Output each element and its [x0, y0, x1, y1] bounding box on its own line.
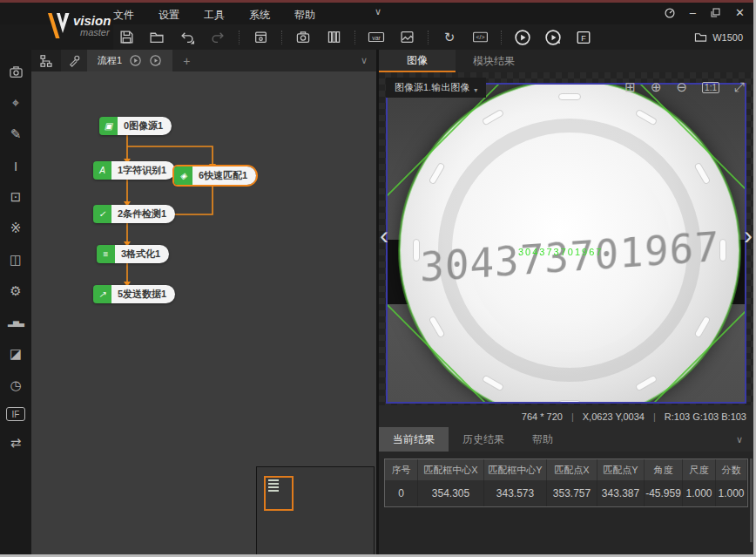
add-flow-button[interactable]: + [183, 54, 190, 68]
flow-run-continuous-icon[interactable] [149, 54, 162, 67]
camera-tool-icon[interactable] [5, 62, 26, 81]
target-position-icon[interactable]: ⌖ [5, 93, 26, 112]
close-button[interactable]: ✕ [735, 6, 745, 19]
flow-minimap[interactable]: ↘ [256, 466, 375, 557]
menu-settings[interactable]: 设置 [159, 8, 179, 23]
minimize-button[interactable]: – [690, 6, 696, 19]
global-variable-button[interactable]: var [367, 28, 386, 47]
results-scrollbar[interactable] [750, 459, 753, 542]
data-exchange-icon[interactable]: ⇄ [5, 433, 26, 452]
run-continuous-button[interactable] [543, 28, 563, 47]
flow-panel: 流程1 + ∨ [31, 50, 376, 557]
flow-node-image-source[interactable]: ▣ 0图像源1 [99, 117, 172, 135]
flow-settings-wrench-icon[interactable] [61, 54, 87, 67]
image-edit-icon[interactable]: ✎ [5, 125, 26, 144]
flow-node-format[interactable]: ≡ 3格式化1 [97, 245, 169, 263]
expand-view-icon[interactable]: ⤢ [734, 79, 745, 95]
flow-tab-label: 流程1 [98, 54, 122, 67]
image-source-selector[interactable]: 图像源1.输出图像 ▾ [386, 78, 486, 98]
tab-image[interactable]: 图像 [379, 50, 456, 72]
run-once-button[interactable] [513, 28, 532, 47]
redo-button[interactable] [208, 28, 227, 47]
camera-capture-button[interactable] [294, 28, 313, 47]
prev-image-arrow[interactable]: ‹ [380, 222, 388, 248]
restore-button[interactable] [710, 7, 721, 18]
image-viewport[interactable]: 304373701967 304373701967 图像源1.输出图像 ▾ ⊞ … [379, 72, 753, 405]
recognition-result-overlay: 304373701967 [518, 247, 727, 257]
node-icon-char-recognition: A [93, 161, 111, 180]
tab-history-result[interactable]: 历史结果 [449, 427, 518, 452]
scatter-match-icon[interactable]: ※ [5, 219, 26, 238]
actual-size-icon[interactable]: 1:1 [702, 82, 719, 93]
fit-view-icon[interactable]: ⊞ [624, 79, 636, 95]
image-pane-button[interactable] [397, 28, 416, 47]
node-label: 3格式化1 [115, 245, 169, 263]
menu-help[interactable]: 帮助 [294, 8, 315, 23]
result-panel: 图像 模块结果 [379, 50, 753, 557]
flow-tab[interactable]: 流程1 [87, 50, 172, 71]
tab-module-result[interactable]: 模块结果 [456, 50, 532, 72]
image-view-toolbar: ⊞ ⊕ ⊖ 1:1 ⤢ [624, 79, 745, 95]
save-as-button[interactable] [251, 28, 270, 47]
next-image-arrow[interactable]: › [744, 222, 753, 248]
node-icon-fast-match: ◈ [174, 166, 192, 185]
visionmaster-logo: vision master [45, 7, 113, 45]
menubar-collapse-chevron-icon[interactable]: ∨ [369, 6, 387, 17]
image-source-selector-label: 图像源1.输出图像 [395, 81, 469, 94]
tab-help[interactable]: 帮助 [518, 427, 567, 452]
node-label: 5发送数据1 [111, 285, 175, 303]
node-label: 0图像源1 [118, 117, 172, 135]
svg-text:var: var [372, 35, 381, 41]
focus-frame-icon[interactable]: ⊡ [5, 187, 26, 207]
format-f-button[interactable]: F [574, 28, 593, 47]
performance-gauge-icon[interactable] [664, 7, 676, 19]
run-history-button[interactable]: ↻ [440, 28, 459, 47]
flow-header-chevron-icon[interactable]: ∨ [361, 55, 368, 66]
if-condition-icon[interactable]: IF [6, 407, 25, 421]
svg-text:</>: </> [476, 34, 484, 40]
results-table-header: 序号 匹配框中心X 匹配框中心Y 匹配点X 匹配点Y 角度 尺度 分数 [385, 459, 747, 480]
image-statusbar: 764 * 720 | X,0623 Y,0034 | R:103 G:103 … [379, 405, 753, 427]
pixel-rgb-value: R:103 G:103 B:103 [665, 411, 746, 422]
svg-text:F: F [581, 33, 586, 42]
toolbar-separator [428, 31, 429, 44]
undo-button[interactable] [178, 28, 197, 47]
module-list-button[interactable] [324, 28, 343, 47]
results-tabs: 当前结果 历史结果 帮助 ∨ [379, 427, 753, 452]
tab-current-result[interactable]: 当前结果 [379, 427, 449, 452]
text-recognition-icon[interactable]: I [5, 156, 26, 175]
node-label: 1字符识别1 [111, 161, 175, 180]
flow-node-send-data[interactable]: ↗ 5发送数据1 [93, 285, 175, 303]
snapshot-history-icon[interactable]: ◷ [5, 376, 26, 395]
results-table: 序号 匹配框中心X 匹配框中心Y 匹配点X 匹配点Y 角度 尺度 分数 0 35… [384, 459, 748, 507]
inspection-image[interactable]: 304373701967 304373701967 [386, 83, 746, 404]
menu-file[interactable]: 文件 [113, 8, 134, 23]
zoom-out-icon[interactable]: ⊖ [677, 79, 688, 95]
flow-node-condition-check[interactable]: ✓ 2条件检测1 [93, 205, 175, 223]
flow-node-char-recognition[interactable]: A 1字符识别1 [93, 161, 175, 180]
image-threshold-icon[interactable]: ◫ [5, 250, 26, 269]
visionmaster-window: 文件 设置 工具 系统 帮助 ∨ – ✕ [0, 0, 756, 557]
window-controls: – ✕ [664, 6, 745, 19]
histogram-icon[interactable]: ▂▅▃ [5, 313, 26, 332]
flow-run-once-icon[interactable] [129, 54, 142, 67]
flow-canvas[interactable]: ▣ 0图像源1 A 1字符识别1 ◈ 6快速匹配1 ✓ 2条件检测1 ≡ 3 [31, 71, 376, 557]
flow-node-fast-match[interactable]: ◈ 6快速匹配1 [174, 166, 256, 185]
logo-brand: vision [73, 14, 111, 28]
image-settings-icon[interactable]: ⚙ [5, 282, 26, 301]
save-button[interactable] [117, 28, 136, 47]
toolbar-separator [239, 31, 240, 44]
script-editor-button[interactable]: </> [470, 28, 489, 47]
node-icon-condition-check: ✓ [93, 205, 111, 223]
minimap-viewport[interactable] [264, 476, 294, 511]
menu-tools[interactable]: 工具 [204, 8, 225, 23]
zoom-in-icon[interactable]: ⊕ [651, 79, 662, 95]
table-row[interactable]: 0 354.305 343.573 353.757 343.387 -45.95… [385, 480, 747, 506]
node-label: 2条件检测1 [111, 205, 175, 223]
menu-system[interactable]: 系统 [249, 8, 270, 23]
flow-list-button[interactable] [31, 50, 61, 71]
results-chevron-icon[interactable]: ∨ [736, 434, 743, 445]
open-project-button[interactable] [147, 28, 166, 47]
workspace-indicator[interactable]: W1500 [694, 31, 743, 43]
color-fill-icon[interactable]: ◪ [5, 344, 26, 363]
